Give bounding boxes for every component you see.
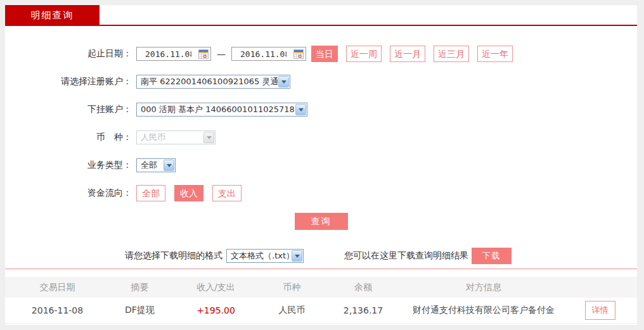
fund-flow-all-button[interactable]: 全部 (136, 185, 165, 201)
date-range-label: 起止日期： (5, 48, 136, 60)
chevron-down-icon (292, 250, 302, 262)
start-date-input[interactable] (137, 49, 191, 59)
sub-account-value: 000 活期 基本户 1406600101102571848 (137, 104, 295, 115)
main-panel: 明细查询 起止日期： (5, 5, 637, 325)
chevron-down-icon (164, 160, 174, 171)
register-account-row: 请选择注册账户： 南平 6222001406100921065 灵通卡 (5, 73, 637, 90)
quick-range-week-button[interactable]: 近一周 (346, 46, 382, 62)
currency-label: 币 种： (5, 132, 136, 143)
cell-summary: DF提现 (110, 305, 170, 316)
register-account-value: 南平 6222001406100921065 灵通卡 (137, 76, 278, 87)
tab-bar: 明细查询 (5, 5, 637, 26)
business-type-value: 全部 (137, 160, 163, 171)
download-format-select[interactable]: 文本格式（.txt） (226, 249, 304, 263)
date-range-row: 起止日期： — (5, 46, 637, 62)
fund-flow-expense-button[interactable]: 支出 (212, 185, 242, 201)
chevron-down-icon (278, 76, 289, 87)
download-row: 请您选择下载明细的格式 文本格式（.txt） 您可以在这里下载查询明细结果 下载 (5, 248, 637, 264)
quick-range-today-button[interactable]: 当日 (311, 46, 338, 62)
download-format-value: 文本格式（.txt） (227, 250, 291, 262)
tab-detail-query[interactable]: 明细查询 (5, 5, 100, 26)
separator-line (5, 269, 637, 269)
fund-flow-row: 资金流向： 全部 收入 支出 (5, 185, 637, 201)
results-table: 交易日期 摘要 收入/支出 币种 余额 对方信息 2016-11-08 DF提现… (5, 277, 637, 324)
quick-range-3month-button[interactable]: 近三月 (434, 46, 469, 62)
currency-select: 人民币 (136, 130, 216, 144)
end-date-input[interactable] (232, 49, 287, 59)
business-type-select[interactable]: 全部 (136, 158, 176, 172)
business-type-row: 业务类型： 全部 (5, 157, 637, 174)
table-row: 2016-11-08 DF提现 +195.00 人民币 2,136.17 财付通… (5, 298, 637, 324)
cell-currency: 人民币 (262, 305, 322, 316)
register-account-select[interactable]: 南平 6222001406100921065 灵通卡 (136, 75, 290, 89)
header-counterparty: 对方信息 (404, 282, 563, 293)
header-trade-date: 交易日期 (5, 282, 110, 293)
detail-button[interactable]: 详情 (585, 301, 615, 320)
fund-flow-label: 资金流向： (5, 187, 136, 199)
end-date-field[interactable] (231, 47, 306, 61)
query-button-row: 查询 (5, 213, 637, 230)
download-button[interactable]: 下载 (472, 248, 512, 264)
query-form: 起止日期： — (5, 26, 637, 264)
quick-range-year-button[interactable]: 近一年 (477, 46, 513, 62)
cell-trade-date: 2016-11-08 (5, 305, 110, 315)
cell-counterparty: 财付通支付科技有限公司客户备付金 (404, 305, 563, 316)
currency-value: 人民币 (137, 132, 203, 143)
currency-row: 币 种： 人民币 (5, 129, 637, 146)
register-account-label: 请选择注册账户： (5, 76, 136, 87)
query-button[interactable]: 查询 (295, 213, 348, 230)
fund-flow-income-button[interactable]: 收入 (174, 185, 203, 201)
sub-account-row: 下挂账户： 000 活期 基本户 1406600101102571848 (5, 101, 637, 118)
download-format-label: 请您选择下载明细的格式 (125, 250, 222, 262)
cell-amount: +195.00 (170, 305, 262, 315)
table-header-row: 交易日期 摘要 收入/支出 币种 余额 对方信息 (5, 277, 637, 298)
cell-balance: 2,136.17 (322, 305, 404, 315)
header-balance: 余额 (322, 282, 404, 293)
quick-range-month-button[interactable]: 近一月 (390, 46, 425, 62)
header-currency: 币种 (262, 282, 322, 293)
business-type-label: 业务类型： (5, 160, 136, 171)
date-separator: — (217, 49, 226, 59)
sub-account-label: 下挂账户： (5, 104, 136, 115)
chevron-down-icon (203, 132, 214, 143)
header-summary: 摘要 (110, 282, 170, 293)
calendar-icon[interactable] (293, 49, 304, 59)
sub-account-select[interactable]: 000 活期 基本户 1406600101102571848 (136, 103, 307, 117)
calendar-icon[interactable] (198, 49, 209, 59)
header-in-out: 收入/支出 (170, 282, 262, 293)
chevron-down-icon (295, 104, 306, 115)
download-hint: 您可以在这里下载查询明细结果 (344, 250, 468, 262)
start-date-field[interactable] (136, 47, 211, 61)
